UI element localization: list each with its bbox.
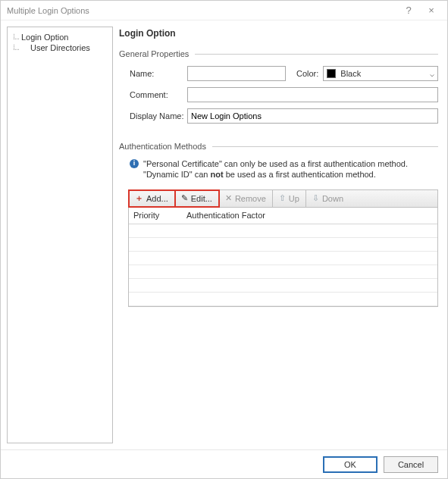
ok-button[interactable]: OK (323, 456, 378, 473)
remove-button[interactable]: ✕ Remove (219, 190, 273, 207)
divider (212, 146, 438, 147)
pencil-icon: ✎ (181, 193, 188, 203)
auth-grid: Priority Authentication Factor (128, 208, 438, 307)
grid-row[interactable] (129, 265, 437, 279)
auth-info: i "Personal Certificate" can only be use… (119, 158, 438, 180)
grid-row[interactable] (129, 293, 437, 306)
info-icon: i (130, 159, 139, 168)
name-input[interactable] (187, 66, 286, 81)
name-label: Name: (119, 69, 187, 78)
page-title: Login Option (119, 28, 438, 39)
auth-toolbar: ＋ Add... ✎ Edit... ✕ Remove ⇧ Up ⇩ Down (128, 189, 438, 208)
info-line2-post: be used as a first authentication method… (224, 170, 376, 179)
add-label: Add... (146, 194, 168, 203)
up-label: Up (289, 194, 299, 203)
add-button[interactable]: ＋ Add... (129, 190, 175, 207)
info-line1: "Personal Certificate" can only be used … (143, 159, 408, 168)
color-label: Color: (296, 69, 318, 78)
dialog-footer: OK Cancel (1, 449, 447, 478)
section-general-label: General Properties (119, 49, 189, 58)
tree-item-user-directories[interactable]: User Directories (11, 42, 109, 53)
color-value: Black (340, 69, 361, 78)
edit-button[interactable]: ✎ Edit... (175, 190, 219, 207)
section-auth-label: Authentication Methods (119, 142, 206, 151)
grid-row[interactable] (129, 224, 437, 238)
help-button[interactable]: ? (397, 5, 420, 16)
divider (195, 54, 438, 55)
nav-tree: Login Option User Directories (7, 27, 113, 443)
comment-label: Comment: (119, 90, 187, 99)
auth-info-text: "Personal Certificate" can only be used … (143, 158, 408, 180)
ok-label: OK (344, 460, 356, 469)
arrow-down-icon: ⇩ (312, 193, 319, 203)
info-line2-pre: "Dynamic ID" can (143, 170, 211, 179)
tree-item-login-option[interactable]: Login Option (11, 32, 109, 42)
display-name-input[interactable] (187, 108, 438, 124)
grid-row[interactable] (129, 252, 437, 265)
col-factor[interactable]: Authentication Factor (182, 208, 437, 224)
window-title: Multiple Login Options (7, 6, 397, 15)
section-general: General Properties (119, 49, 438, 58)
color-select[interactable]: Black ⌵ (323, 66, 438, 81)
section-auth: Authentication Methods (119, 142, 438, 151)
up-button[interactable]: ⇧ Up (273, 190, 306, 207)
info-line2-bold: not (211, 170, 224, 179)
titlebar: Multiple Login Options ? × (1, 1, 447, 20)
x-icon: ✕ (225, 193, 232, 203)
color-swatch-icon (327, 69, 336, 78)
down-label: Down (322, 194, 343, 203)
tree-item-label: Login Option (21, 33, 68, 42)
grid-row[interactable] (129, 238, 437, 252)
tree-item-label: User Directories (30, 43, 90, 52)
edit-label: Edit... (191, 194, 212, 203)
arrow-up-icon: ⇧ (279, 193, 286, 203)
grid-row[interactable] (129, 279, 437, 293)
main-panel: Login Option General Properties Name: Co… (119, 27, 441, 443)
close-button[interactable]: × (420, 5, 443, 16)
display-name-label: Display Name: (119, 111, 187, 121)
comment-input[interactable] (187, 87, 438, 102)
chevron-down-icon: ⌵ (430, 70, 434, 78)
down-button[interactable]: ⇩ Down (306, 190, 349, 207)
plus-icon: ＋ (135, 193, 143, 204)
cancel-label: Cancel (398, 460, 424, 469)
grid-header: Priority Authentication Factor (129, 208, 437, 224)
remove-label: Remove (235, 194, 266, 203)
col-priority[interactable]: Priority (129, 208, 182, 224)
cancel-button[interactable]: Cancel (384, 456, 438, 473)
